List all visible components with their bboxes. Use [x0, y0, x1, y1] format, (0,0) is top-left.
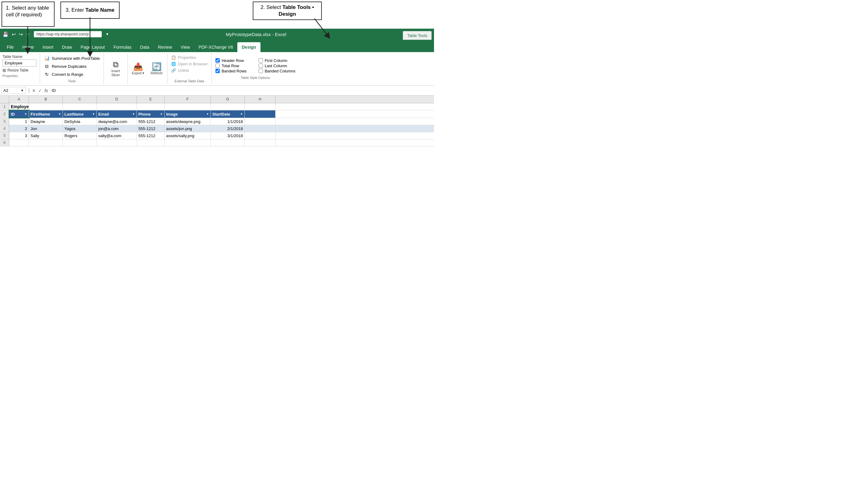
cell-reference-box[interactable]: A2 ▼: [1, 87, 26, 94]
undo-icon[interactable]: ↩: [12, 31, 16, 37]
export-button[interactable]: 📤 Export ▾: [129, 61, 147, 77]
cell-h1[interactable]: [245, 103, 276, 110]
fx-icon[interactable]: fx: [44, 88, 48, 93]
col-header-a[interactable]: A: [9, 95, 29, 103]
cell-c5[interactable]: Rogers: [63, 132, 97, 139]
cell-c2[interactable]: LastName▼: [63, 110, 97, 118]
last-column-checkbox[interactable]: [258, 63, 263, 68]
col-header-h[interactable]: H: [245, 95, 276, 103]
cell-b5[interactable]: Sally: [29, 132, 63, 139]
cell-f4[interactable]: assets/jon.png: [164, 125, 211, 132]
cell-d2[interactable]: Email▼: [97, 110, 137, 118]
cell-c4[interactable]: Yagos: [63, 125, 97, 132]
cell-f2[interactable]: Image▼: [164, 110, 211, 118]
col-header-f[interactable]: F: [164, 95, 211, 103]
cell-h5[interactable]: [245, 132, 276, 139]
cell-g4[interactable]: 2/1/2018: [211, 125, 245, 132]
cell-d6[interactable]: [97, 139, 137, 146]
tab-page-layout[interactable]: Page Layout: [76, 42, 110, 52]
cell-a6[interactable]: [9, 139, 29, 146]
convert-range-button[interactable]: ↻ Convert to Range: [44, 70, 100, 78]
tab-design[interactable]: Design: [237, 42, 260, 52]
header-row-checkbox[interactable]: [215, 58, 220, 63]
banded-rows-checkbox[interactable]: [215, 69, 220, 73]
tab-file[interactable]: File: [2, 42, 18, 52]
formula-input[interactable]: [49, 88, 433, 93]
cell-g5[interactable]: 3/1/2018: [211, 132, 245, 139]
cell-d5[interactable]: sally@a.com: [97, 132, 137, 139]
cell-h3[interactable]: [245, 118, 276, 125]
cell-c1[interactable]: [63, 103, 97, 110]
cell-f6[interactable]: [164, 139, 211, 146]
summarize-pivottable-button[interactable]: 📊 Summarize with PivotTable: [44, 55, 100, 62]
cell-f1[interactable]: [164, 103, 211, 110]
cell-b2[interactable]: FirstName▼: [29, 110, 63, 118]
table-name-input[interactable]: [2, 59, 36, 67]
cell-ref-dropdown[interactable]: ▼: [21, 89, 24, 92]
col-header-c[interactable]: C: [63, 95, 97, 103]
cell-c6[interactable]: [63, 139, 97, 146]
cell-a4[interactable]: 2: [9, 125, 29, 132]
total-row-checkbox[interactable]: [215, 63, 220, 68]
tab-view[interactable]: View: [176, 42, 194, 52]
cell-g2[interactable]: StartDate▼: [211, 110, 245, 118]
banded-columns-option[interactable]: Banded Columns: [258, 69, 296, 73]
cell-h6[interactable]: [245, 139, 276, 146]
corner-cell[interactable]: [0, 95, 9, 103]
header-row-option[interactable]: Header Row: [215, 58, 252, 63]
tab-insert[interactable]: Insert: [38, 42, 58, 52]
cell-g1[interactable]: [211, 103, 245, 110]
cell-a2[interactable]: ID▼: [9, 110, 29, 118]
cell-a1[interactable]: Employee: [9, 103, 29, 110]
last-column-option[interactable]: Last Column: [258, 63, 296, 68]
col-header-d[interactable]: D: [97, 95, 137, 103]
cancel-formula-icon[interactable]: ✕: [32, 88, 36, 93]
remove-duplicates-button[interactable]: ⊟ Remove Duplicates: [44, 63, 100, 70]
cell-a5[interactable]: 3: [9, 132, 29, 139]
tab-home[interactable]: Home: [18, 42, 38, 52]
insert-slicer-button[interactable]: ⧉ InsertSlicer: [107, 59, 124, 78]
first-column-option[interactable]: First Column: [258, 58, 296, 63]
quick-access-icon[interactable]: ▼: [105, 32, 109, 36]
cell-d3[interactable]: dwayne@a.com: [97, 118, 137, 125]
cell-d1[interactable]: [97, 103, 137, 110]
cell-b6[interactable]: [29, 139, 63, 146]
resize-table-button[interactable]: ⊞ Resize Table: [2, 68, 37, 73]
col-header-e[interactable]: E: [137, 95, 164, 103]
tab-formulas[interactable]: Formulas: [109, 42, 135, 52]
cell-g3[interactable]: 1/1/2018: [211, 118, 245, 125]
save-icon[interactable]: 💾: [2, 31, 9, 37]
cell-e4[interactable]: 555-1212: [137, 125, 164, 132]
tab-draw[interactable]: Draw: [58, 42, 76, 52]
cell-g6[interactable]: [211, 139, 245, 146]
cell-e1[interactable]: [137, 103, 164, 110]
cell-a3[interactable]: 1: [9, 118, 29, 125]
confirm-formula-icon[interactable]: ✓: [38, 88, 42, 93]
cell-e6[interactable]: [137, 139, 164, 146]
refresh-button[interactable]: 🔄 Refresh: [148, 61, 165, 76]
cell-b1[interactable]: [29, 103, 63, 110]
touch-icon[interactable]: ☞: [26, 31, 30, 37]
col-header-b[interactable]: B: [29, 95, 63, 103]
total-row-option[interactable]: Total Row: [215, 63, 252, 68]
cell-f3[interactable]: assets/dwayne.png: [164, 118, 211, 125]
tab-pdf-xchange[interactable]: PDF-XChange V6: [194, 42, 237, 52]
cell-e3[interactable]: 555-1212: [137, 118, 164, 125]
cell-d4[interactable]: jon@a.com: [97, 125, 137, 132]
cell-e2[interactable]: Phone▼: [137, 110, 164, 118]
cell-h4[interactable]: [245, 125, 276, 132]
redo-icon[interactable]: ↪: [19, 31, 23, 37]
cell-b4[interactable]: Jon: [29, 125, 63, 132]
banded-rows-option[interactable]: Banded Rows: [215, 69, 252, 73]
cell-e5[interactable]: 555-1212: [137, 132, 164, 139]
cell-h2[interactable]: [245, 110, 276, 118]
col-header-g[interactable]: G: [211, 95, 245, 103]
cell-c3[interactable]: DeSylvia: [63, 118, 97, 125]
tab-data[interactable]: Data: [136, 42, 154, 52]
first-column-checkbox[interactable]: [258, 58, 263, 63]
banded-columns-checkbox[interactable]: [258, 69, 263, 73]
url-bar[interactable]: https://sap-my.sharepoint.com/p: [34, 31, 102, 37]
cell-f5[interactable]: assets/sally.png: [164, 132, 211, 139]
cell-b3[interactable]: Dwayne: [29, 118, 63, 125]
tab-review[interactable]: Review: [154, 42, 176, 52]
